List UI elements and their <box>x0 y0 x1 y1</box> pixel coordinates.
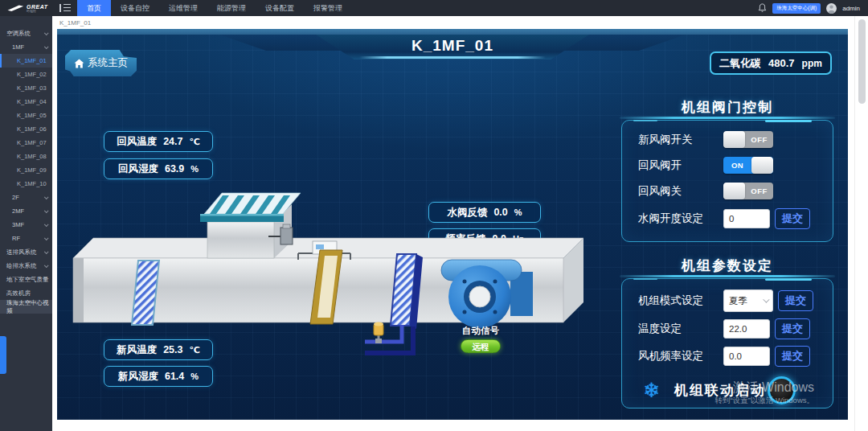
menu-item-ops-mgmt[interactable]: 运维管理 <box>159 0 207 16</box>
breadcrumb-label: K_1MF_01 <box>59 19 91 27</box>
sidebar-item-k-1mf-09[interactable]: K_1MF_09 <box>0 163 52 177</box>
notification-bell-icon[interactable] <box>758 3 767 13</box>
sidebar-item-efficient-plant[interactable]: 高效机房 <box>0 286 52 300</box>
sidebar-item-k-1mf-07[interactable]: K_1MF_07 <box>0 136 52 150</box>
sidebar-item-label: 1MF <box>12 43 24 51</box>
scada-canvas: K_1MF_01 系统主页 二氧化碳 480.7 ppm 回风温度24.7℃ <box>57 29 848 420</box>
readout-unit: ℃ <box>190 137 200 147</box>
sidebar-item-2f[interactable]: 2F <box>0 191 52 204</box>
sidebar-item-label: 2F <box>12 194 19 201</box>
sidebar-item-label: K_1MF_05 <box>17 112 47 119</box>
unit-linkage-label: 机组联动启动 <box>674 381 766 400</box>
co2-readout: 二氧化碳 480.7 ppm <box>710 51 832 75</box>
project-badge[interactable]: 珠海太空中心(调) <box>772 3 821 14</box>
fan-freq-input[interactable] <box>723 347 770 366</box>
chevron-down-icon <box>44 222 49 227</box>
sidebar-item-3mf[interactable]: 3MF <box>0 218 52 232</box>
page-title: K_1MF_01 <box>411 37 493 55</box>
readout-value: 24.7 <box>163 136 182 147</box>
temp-setting-input[interactable] <box>723 319 770 339</box>
sidebar-item-exhaust-system[interactable]: 送排风系统 <box>0 245 52 259</box>
system-home-label: 系统主页 <box>88 56 128 70</box>
title-banner: K_1MF_01 <box>316 35 589 60</box>
sidebar-item-rf[interactable]: RF <box>0 232 52 245</box>
sidebar-item-label: K_1MF_09 <box>17 166 47 174</box>
user-avatar[interactable] <box>826 3 837 14</box>
sidebar-item-label: 2MF <box>12 207 24 215</box>
remote-mode-pill: 远程 <box>461 339 501 353</box>
unit-mode-select[interactable]: 夏季 <box>723 289 773 312</box>
toggle-state: OFF <box>745 183 773 199</box>
temp-setting-row: 温度设定 提交 <box>638 318 820 339</box>
system-home-button[interactable]: 系统主页 <box>65 50 137 76</box>
sidebar-item-k-1mf-08[interactable]: K_1MF_08 <box>0 150 52 163</box>
chevron-down-icon <box>44 44 49 49</box>
unit-linkage-row: ❄ 机组联动启动 <box>638 373 820 404</box>
scrollbar-thumb[interactable] <box>858 19 866 104</box>
menu-item-alarm-mgmt[interactable]: 报警管理 <box>304 0 352 16</box>
menu-item-device-control[interactable]: 设备自控 <box>111 0 159 16</box>
toggle-knob <box>723 183 745 199</box>
valve-panel-title-line <box>620 117 835 119</box>
sidebar-item-2mf[interactable]: 2MF <box>0 204 52 218</box>
chevron-down-icon <box>44 208 49 213</box>
menu-item-device-config[interactable]: 设备配置 <box>256 0 304 16</box>
valve-control-panel: 新风阀开关 OFF 回风阀开 ON 回风阀关 OFF 水阀开度设定 <box>621 120 833 242</box>
hvac-scada-app: GREAT 格瑞特 首页 设备自控 运维管理 能源管理 设备配置 报警管理 珠海… <box>0 0 868 431</box>
parameter-panel: 机组模式设定 夏季 提交 温度设定 提交 <box>621 278 833 408</box>
valve-opening-submit-button[interactable]: 提交 <box>775 208 810 229</box>
auto-signal-label: 自动信号 <box>432 325 529 337</box>
sidebar-item-k-1mf-10[interactable]: K_1MF_10 <box>0 177 52 191</box>
sidebar-item-label: 3MF <box>12 221 24 228</box>
fresh-air-damper-toggle[interactable]: OFF <box>723 131 773 148</box>
sidebar-item-k-1mf-04[interactable]: K_1MF_04 <box>0 95 52 109</box>
top-navbar: GREAT 格瑞特 首页 设备自控 运维管理 能源管理 设备配置 报警管理 珠海… <box>0 0 868 16</box>
menu-item-home[interactable]: 首页 <box>77 0 111 16</box>
snowflake-icon: ❄ <box>643 380 660 400</box>
sidebar-item-k-1mf-01[interactable]: K_1MF_01 <box>0 54 52 68</box>
return-temp-readout: 回风温度24.7℃ <box>104 131 213 152</box>
unit-mode-row: 机组模式设定 夏季 提交 <box>638 289 820 312</box>
person-icon <box>826 3 837 14</box>
main-menu: 首页 设备自控 运维管理 能源管理 设备配置 报警管理 <box>77 0 352 16</box>
valve-opening-input[interactable] <box>723 209 770 228</box>
fan-freq-submit-button[interactable]: 提交 <box>775 346 810 367</box>
return-damper-close-toggle[interactable]: OFF <box>723 183 773 199</box>
toggle-state: OFF <box>745 131 773 148</box>
sidebar-item-label: K_1MF_08 <box>17 153 47 160</box>
temp-setting-submit-button[interactable]: 提交 <box>775 318 810 339</box>
logo-texts: GREAT 格瑞特 <box>27 4 47 13</box>
sidebar-item-1mf[interactable]: 1MF <box>0 40 52 54</box>
sidebar-item-label: 珠海太空中心视频 <box>6 299 52 315</box>
sidebar-item-basement-air-quality[interactable]: 地下室空气质量 <box>0 273 52 286</box>
linkage-start-power-button[interactable] <box>768 376 796 404</box>
readout-label: 回风湿度 <box>118 162 158 176</box>
navigation-sidebar: 空调系统 1MF K_1MF_01 K_1MF_02 K_1MF_03 K_1M… <box>0 16 52 431</box>
sidebar-item-k-1mf-06[interactable]: K_1MF_06 <box>0 122 52 136</box>
sidebar-item-label: 高效机房 <box>6 289 31 298</box>
readout-unit: % <box>190 371 199 381</box>
collapse-menu-icon[interactable] <box>59 4 71 12</box>
sidebar-item-k-1mf-02[interactable]: K_1MF_02 <box>0 68 52 81</box>
sidebar-item-k-1mf-05[interactable]: K_1MF_05 <box>0 109 52 122</box>
chevron-down-icon <box>44 249 49 254</box>
chevron-down-icon <box>44 195 49 199</box>
setting-label: 风机频率设定 <box>638 349 723 363</box>
menu-item-energy-mgmt[interactable]: 能源管理 <box>207 0 256 16</box>
logo-swoosh-icon <box>6 5 24 12</box>
co2-value: 480.7 <box>768 57 795 69</box>
sidebar-item-space-center-video[interactable]: 珠海太空中心视频 <box>0 300 52 314</box>
sidebar-item-hvac-system[interactable]: 空调系统 <box>0 27 52 40</box>
sidebar-collapse-handle[interactable] <box>0 336 6 374</box>
unit-mode-submit-button[interactable]: 提交 <box>778 290 813 311</box>
chilled-water-pipes <box>365 325 413 353</box>
return-damper-open-toggle[interactable]: ON <box>723 157 773 174</box>
sidebar-item-label: K_1MF_04 <box>17 98 47 105</box>
sidebar-item-label: 地下室空气质量 <box>6 276 49 284</box>
readout-unit: % <box>190 164 199 174</box>
co2-unit: ppm <box>802 58 822 69</box>
sidebar-item-plumbing-system[interactable]: 给排水系统 <box>0 259 52 273</box>
chevron-down-icon <box>44 263 49 268</box>
sidebar-item-k-1mf-03[interactable]: K_1MF_03 <box>0 81 52 95</box>
sidebar-item-label: K_1MF_10 <box>17 180 47 187</box>
